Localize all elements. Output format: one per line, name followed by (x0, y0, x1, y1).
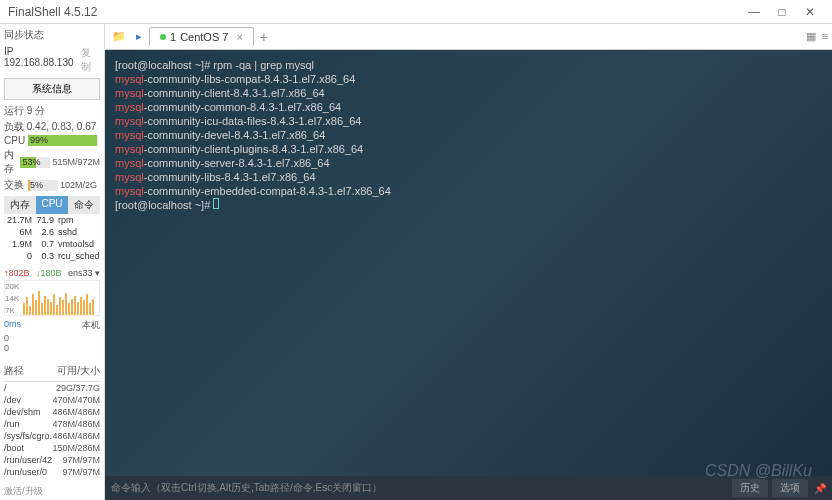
net-interface-select[interactable]: ens33 ▾ (68, 268, 100, 278)
pin-icon[interactable]: 📌 (814, 483, 826, 494)
chevron-right-icon[interactable]: ▸ (129, 27, 149, 47)
swap-label: 交换 (4, 178, 26, 192)
swap-metric: 交换 5% 102M/2G (4, 177, 100, 193)
disk-row[interactable]: /run478M/486M (4, 418, 100, 430)
workspace-tabs: 📁 ▸ 1 CentOS 7 × + ▦ ≡ (105, 24, 832, 50)
proc-row: 21.7M71.9rpm (4, 214, 100, 226)
workspace: 📁 ▸ 1 CentOS 7 × + ▦ ≡ [root@localhost ~… (105, 24, 832, 500)
command-input[interactable]: 命令输入（双击Ctrl切换,Alt历史,Tab路径/命令,Esc关闭窗口） (111, 481, 728, 495)
disk-header: 路径可用/大小 (4, 361, 100, 382)
session-tab[interactable]: 1 CentOS 7 × (149, 27, 254, 46)
system-info-button[interactable]: 系统信息 (4, 78, 100, 100)
disk-row[interactable]: /run/user/097M/97M (4, 466, 100, 478)
tab-cmd[interactable]: 命令 (68, 196, 100, 214)
list-view-icon[interactable]: ≡ (822, 30, 828, 43)
cursor-icon (213, 198, 219, 209)
ping-val1: 0 (4, 333, 100, 343)
grid-view-icon[interactable]: ▦ (806, 30, 816, 43)
ip-label: IP (4, 46, 13, 57)
ip-row: IP 192.168.88.130 复制 (4, 44, 100, 76)
disk-row[interactable]: /dev470M/470M (4, 394, 100, 406)
mem-metric: 内存 53% 515M/972M (4, 147, 100, 177)
tab-close-icon[interactable]: × (236, 31, 242, 43)
ping-val2: 0 (4, 343, 100, 353)
proc-row: 1.9M0.7vmtoolsd (4, 238, 100, 250)
copy-ip-link[interactable]: 复制 (81, 46, 100, 74)
tab-mem[interactable]: 内存 (4, 196, 36, 214)
mem-pct: 53% (22, 157, 40, 168)
uptime: 运行 9 分 (4, 102, 100, 120)
terminal[interactable]: [root@localhost ~]# rpm -qa | grep mysql… (105, 50, 832, 476)
disk-row[interactable]: /run/user/4297M/97M (4, 454, 100, 466)
app-title: FinalShell 4.5.12 (8, 5, 740, 19)
titlebar: FinalShell 4.5.12 — □ ✕ (0, 0, 832, 24)
proc-row: 6M2.6sshd (4, 226, 100, 238)
cpu-label: CPU (4, 135, 26, 146)
tab-num: 1 (170, 31, 176, 43)
folder-icon[interactable]: 📁 (109, 27, 129, 47)
net-chart: 20K14K7K (4, 280, 100, 316)
maximize-button[interactable]: □ (768, 2, 796, 22)
mem-label: 内存 (4, 148, 18, 176)
sidebar: 同步状态 IP 192.168.88.130 复制 系统信息 运行 9 分 负载… (0, 24, 105, 500)
disk-row[interactable]: /boot150M/286M (4, 442, 100, 454)
status-dot-icon (160, 34, 166, 40)
ip-value: 192.168.88.130 (4, 57, 74, 68)
net-row: ↑802B ↓180B ens33 ▾ (4, 266, 100, 280)
swap-val: 102M/2G (60, 180, 97, 190)
net-up: ↑802B (4, 268, 30, 278)
minimize-button[interactable]: — (740, 2, 768, 22)
history-button[interactable]: 历史 (732, 479, 768, 497)
swap-pct: 5% (30, 180, 43, 191)
disk-row[interactable]: /sys/fs/cgro...486M/486M (4, 430, 100, 442)
net-down: ↓180B (36, 268, 62, 278)
ping-row: 0ms本机 (4, 318, 100, 333)
load-avg: 负载 0.42, 0.83, 0.67 (4, 120, 100, 134)
tab-label: CentOS 7 (180, 31, 228, 43)
add-tab-button[interactable]: + (254, 29, 274, 45)
options-button[interactable]: 选项 (772, 479, 808, 497)
tab-cpu[interactable]: CPU (36, 196, 68, 214)
disk-row[interactable]: /dev/shm486M/486M (4, 406, 100, 418)
monitor-tabs: 内存 CPU 命令 (4, 196, 100, 214)
sync-status-label: 同步状态 (4, 26, 100, 44)
command-bar: 命令输入（双击Ctrl切换,Alt历史,Tab路径/命令,Esc关闭窗口） 历史… (105, 476, 832, 500)
proc-row: 00.3rcu_sched (4, 250, 100, 262)
cpu-pct: 99% (30, 135, 48, 146)
activate-link[interactable]: 激活/升级 (4, 485, 43, 498)
disk-row[interactable]: /29G/37.7G (4, 382, 100, 394)
mem-val: 515M/972M (52, 157, 100, 167)
cpu-metric: CPU 99% (4, 134, 100, 147)
close-button[interactable]: ✕ (796, 2, 824, 22)
